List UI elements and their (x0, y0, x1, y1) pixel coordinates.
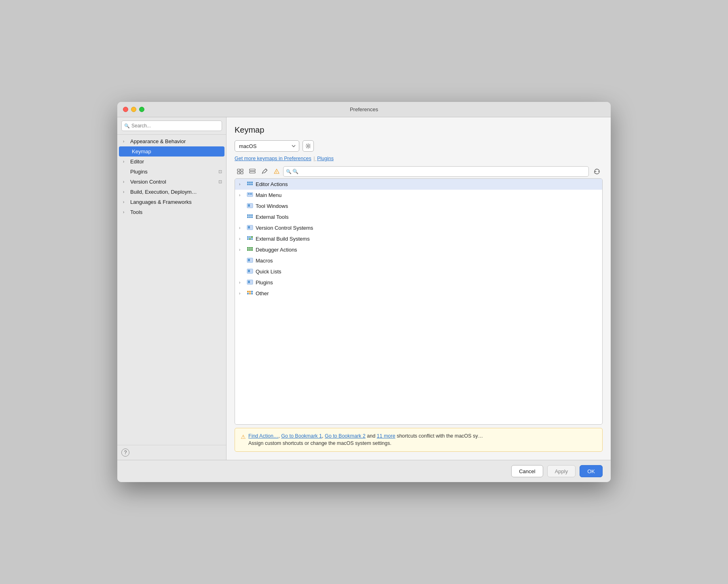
vcs-icon (246, 224, 254, 231)
chevron-right-icon: › (123, 200, 128, 204)
version-control-badge-icon: ⊡ (218, 179, 222, 184)
tree-item-external-tools[interactable]: External Tools (235, 212, 602, 222)
link-separator: | (313, 156, 316, 161)
tree-item-external-build-systems[interactable]: › External Build Systems (235, 233, 602, 244)
sidebar-item-plugins[interactable]: Plugins ⊡ (117, 167, 226, 177)
svg-rect-35 (251, 247, 253, 249)
sidebar-item-languages[interactable]: › Languages & Frameworks (117, 197, 226, 207)
svg-rect-10 (251, 182, 253, 183)
more-conflicts-link[interactable]: 11 more (377, 433, 396, 439)
svg-rect-12 (249, 184, 251, 185)
sidebar-search-input[interactable] (121, 121, 222, 131)
keymaps-plugins-link[interactable]: Get more keymaps in Preferences | Plugin… (235, 156, 603, 161)
tree-item-tool-windows[interactable]: Tool Windows (235, 201, 602, 212)
dialog-footer: Cancel Apply OK (117, 460, 611, 482)
quick-lists-icon (246, 268, 254, 275)
sidebar-item-tools[interactable]: › Tools (117, 207, 226, 217)
tree-item-macros[interactable]: Macros (235, 255, 602, 266)
tool-windows-icon (246, 203, 254, 209)
sidebar-item-build[interactable]: › Build, Execution, Deploym… (117, 187, 226, 197)
sidebar-search-icon: 🔍 (124, 123, 130, 129)
tree-item-label: Editor Actions (256, 181, 288, 187)
tree-item-label: Macros (256, 258, 273, 264)
ok-button[interactable]: OK (580, 465, 603, 477)
svg-rect-11 (247, 184, 249, 185)
chevron-right-icon: › (239, 280, 245, 285)
svg-rect-29 (251, 236, 253, 238)
minimize-button[interactable] (131, 107, 136, 112)
svg-rect-5 (250, 171, 255, 173)
svg-rect-32 (251, 238, 253, 240)
svg-rect-48 (247, 293, 249, 294)
svg-rect-33 (247, 247, 249, 249)
sidebar-item-label: Version Control (130, 179, 218, 185)
svg-rect-24 (251, 216, 253, 218)
svg-rect-20 (249, 214, 251, 216)
content-area: 🔍 › Appearance & Behavior Keymap › (117, 117, 611, 460)
restore-default-button[interactable] (591, 166, 603, 177)
other-icon (246, 290, 254, 296)
svg-rect-30 (247, 238, 249, 240)
keymap-search-input[interactable] (283, 166, 589, 177)
build-systems-icon (246, 235, 254, 242)
sidebar-item-label: Appearance & Behavior (130, 138, 222, 144)
link-part1: Get more keymaps in Preferences (235, 156, 311, 161)
bookmark2-link[interactable]: Go to Bookmark 2 (325, 433, 366, 439)
svg-rect-9 (249, 182, 251, 183)
toolbar: ! 🔍 (235, 166, 603, 177)
cancel-button[interactable]: Cancel (511, 465, 543, 477)
help-button[interactable]: ? (121, 449, 129, 457)
plugins-icon (246, 279, 254, 286)
svg-rect-37 (249, 249, 251, 251)
page-title: Keymap (235, 125, 603, 135)
main-panel: Keymap macOS Default Eclipse Emacs NetBe… (226, 117, 611, 460)
sidebar-item-keymap[interactable]: Keymap (119, 146, 224, 157)
svg-rect-26 (248, 226, 250, 229)
sidebar-item-label: Tools (130, 209, 222, 215)
collapse-all-button[interactable] (247, 166, 258, 177)
sidebar-nav: › Appearance & Behavior Keymap › Editor … (117, 135, 226, 445)
sidebar-search-container: 🔍 (117, 117, 226, 135)
show-conflicts-button[interactable]: ! (271, 166, 282, 177)
plugins-badge-icon: ⊡ (218, 169, 222, 174)
sidebar-footer: ? (117, 445, 226, 460)
tree-item-label: Main Menu (256, 192, 281, 198)
gear-button[interactable] (303, 140, 314, 152)
chevron-right-icon: › (239, 182, 245, 186)
keymap-select[interactable]: macOS Default Eclipse Emacs NetBeans 6.5… (235, 140, 299, 152)
svg-point-7 (598, 171, 599, 172)
expand-all-button[interactable] (235, 166, 246, 177)
sidebar-item-editor[interactable]: › Editor (117, 157, 226, 167)
chevron-right-icon: › (123, 190, 128, 194)
bookmark1-link[interactable]: Go to Bookmark 1 (281, 433, 322, 439)
warning-icon: ! (274, 169, 279, 174)
svg-rect-13 (251, 184, 253, 185)
chevron-right-icon: › (123, 139, 128, 144)
svg-rect-40 (248, 259, 250, 261)
find-action-link[interactable]: Find Action… (248, 433, 278, 439)
maximize-button[interactable] (139, 107, 144, 112)
traffic-lights (123, 107, 144, 112)
edit-button[interactable] (259, 166, 270, 177)
tree-item-debugger-actions[interactable]: › Debugger Actions (235, 244, 602, 255)
sidebar-item-appearance[interactable]: › Appearance & Behavior (117, 136, 226, 146)
tree-item-main-menu[interactable]: › Main Menu (235, 190, 602, 201)
svg-text:!: ! (276, 171, 277, 174)
tree-item-plugins[interactable]: › Plugins (235, 277, 602, 288)
sidebar-item-label: Keymap (132, 148, 220, 154)
tree-item-version-control-systems[interactable]: › Version Control Systems (235, 222, 602, 233)
svg-rect-0 (237, 169, 240, 171)
sidebar-item-version-control[interactable]: › Version Control ⊡ (117, 177, 226, 187)
tree-item-editor-actions[interactable]: › Editor Actions (235, 179, 602, 190)
svg-rect-16 (250, 193, 252, 195)
apply-button[interactable]: Apply (547, 465, 576, 477)
tree-item-other[interactable]: › Other (235, 288, 602, 299)
chevron-right-icon: › (239, 193, 245, 197)
tree-item-quick-lists[interactable]: Quick Lists (235, 266, 602, 277)
tree-item-label: External Build Systems (256, 236, 310, 242)
svg-rect-45 (247, 291, 249, 292)
window-title: Preferences (350, 106, 378, 112)
close-button[interactable] (123, 107, 128, 112)
sidebar-search-wrapper: 🔍 (121, 121, 222, 131)
svg-rect-27 (247, 236, 249, 238)
